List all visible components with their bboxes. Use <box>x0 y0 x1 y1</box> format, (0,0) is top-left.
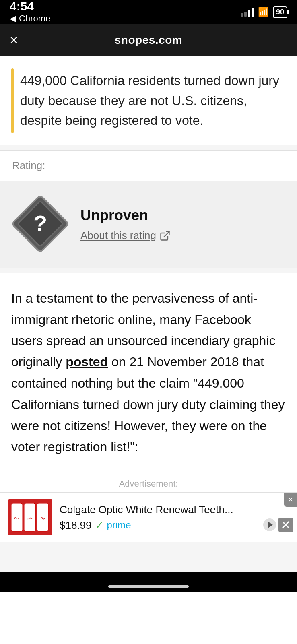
about-this-rating-link[interactable]: About this rating <box>80 229 171 242</box>
battery-indicator: 90 <box>273 6 287 18</box>
svg-text:Col: Col <box>14 516 20 520</box>
prime-label: prime <box>107 520 131 531</box>
svg-text:?: ? <box>33 211 47 236</box>
back-button[interactable]: ◀ Chrome <box>10 13 50 24</box>
rating-label: Rating: <box>12 159 45 171</box>
browser-bar: × snopes.com <box>0 24 297 56</box>
claim-quote-block: 449,000 California residents turned down… <box>0 56 297 145</box>
article-body: In a testament to the pervasiveness of a… <box>0 273 297 472</box>
home-bar <box>0 572 297 592</box>
ad-text-area: Colgate Optic White Renewal Teeth... $18… <box>60 503 289 532</box>
content-area: 449,000 California residents turned down… <box>0 56 297 572</box>
status-bar: 4:54 ◀ Chrome 📶 90 <box>0 0 297 24</box>
rating-verdict: Unproven <box>80 207 171 224</box>
status-left: 4:54 ◀ Chrome <box>10 0 50 24</box>
claim-text: 449,000 California residents turned down… <box>20 71 285 131</box>
article-text: In a testament to the pervasiveness of a… <box>11 288 286 458</box>
ad-image: Col gate Op <box>8 499 52 535</box>
rating-label-block: Rating: <box>0 150 297 181</box>
external-link-icon <box>159 230 171 242</box>
status-right: 📶 90 <box>241 6 287 18</box>
url-bar[interactable]: snopes.com <box>115 34 182 47</box>
svg-text:Op: Op <box>40 516 45 520</box>
close-tab-button[interactable]: × <box>10 33 18 47</box>
svg-line-3 <box>164 231 169 237</box>
svg-text:gate: gate <box>27 516 33 520</box>
signal-icon <box>241 8 254 17</box>
rating-info: Unproven About this rating <box>80 207 171 242</box>
ad-label: Advertisement: <box>0 472 297 492</box>
status-time: 4:54 <box>10 0 50 12</box>
unproven-icon: ? <box>12 196 68 254</box>
rating-block: ? Unproven About this rating <box>0 181 297 268</box>
ad-title: Colgate Optic White Renewal Teeth... <box>60 503 289 517</box>
advertisement-banner[interactable]: × Col gate Op Colgate Optic White Renewa… <box>0 492 297 542</box>
posted-link[interactable]: posted <box>66 355 108 369</box>
home-indicator <box>108 585 189 588</box>
ad-price: $18.99 ✓ prime <box>60 519 289 532</box>
wifi-icon: 📶 <box>258 7 269 17</box>
article-text-part2: on 21 November 2018 that contained nothi… <box>11 355 285 454</box>
ad-arrow-button[interactable] <box>262 518 277 534</box>
corner-close-button[interactable]: × <box>284 493 297 507</box>
ad-close-button[interactable] <box>278 518 293 534</box>
